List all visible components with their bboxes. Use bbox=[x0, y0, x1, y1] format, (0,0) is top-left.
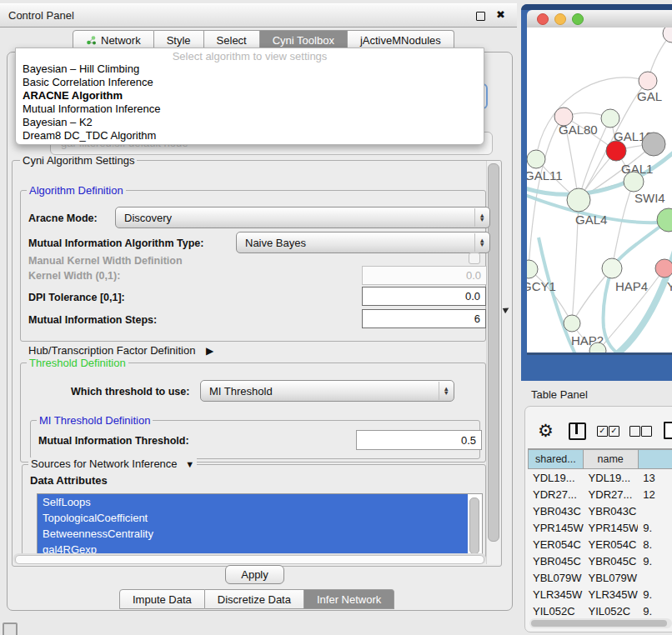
network-window-frame-top bbox=[521, 4, 672, 10]
dpi-tolerance-field[interactable]: 0.0 bbox=[362, 287, 486, 306]
checked-column-icon[interactable]: ✓ bbox=[609, 426, 619, 437]
table-cell: YBR043C bbox=[528, 502, 584, 519]
kernel-width-label: Kernel Width (0,1): bbox=[28, 270, 120, 282]
network-node-gal[interactable] bbox=[639, 72, 657, 90]
algorithm-option-basic-correlation-inference[interactable]: Basic Correlation Inference bbox=[16, 76, 484, 89]
table-panel-title: Table Panel bbox=[531, 388, 588, 401]
kernel-width-field[interactable]: 0.0 bbox=[362, 266, 487, 285]
algorithm-option-bayesian-k2[interactable]: Bayesian – K2 bbox=[16, 116, 484, 129]
node-label: HAP4 bbox=[615, 279, 648, 293]
algorithm-option-mutual-information-inference[interactable]: Mutual Information Inference bbox=[16, 102, 484, 116]
gear-icon[interactable]: ⚙ bbox=[538, 421, 554, 441]
table-row[interactable]: YDL19...YDL19...13 bbox=[528, 469, 672, 486]
table-row[interactable]: YIL052CYIL052C9. bbox=[528, 602, 672, 618]
network-node-hap4[interactable] bbox=[602, 258, 622, 278]
table-row[interactable]: YER054CYER054C8. bbox=[528, 536, 672, 552]
apply-button[interactable]: Apply bbox=[225, 565, 284, 584]
table-cell: 12 bbox=[638, 486, 672, 502]
column-header-shared[interactable]: shared... bbox=[528, 449, 584, 469]
column-header-name[interactable]: name bbox=[584, 449, 639, 469]
table-cell: YDR27... bbox=[584, 486, 639, 502]
data-attributes-label: Data Attributes bbox=[30, 474, 108, 487]
column-header-extra[interactable] bbox=[639, 449, 672, 469]
table-cell bbox=[638, 502, 672, 519]
table-cell: 13 bbox=[638, 469, 672, 486]
control-panel-title: Control Panel bbox=[8, 9, 74, 22]
tab-label: Network bbox=[101, 34, 141, 47]
network-node-gal1[interactable] bbox=[606, 141, 626, 161]
table-row[interactable]: YBR045CYBR045C9. bbox=[528, 552, 672, 569]
float-window-icon[interactable] bbox=[476, 12, 485, 21]
combo-arrows-icon: ▲▼ bbox=[439, 382, 449, 400]
checked-column-icon[interactable]: ✓ bbox=[597, 426, 608, 437]
network-node-gal10[interactable] bbox=[601, 109, 619, 128]
table-row[interactable]: YBL079WYBL079W bbox=[528, 569, 672, 586]
algorithm-option-dream8-dc-tdc-algorithm[interactable]: Dream8 DC_TDC Algorithm bbox=[16, 129, 484, 142]
network-window-titlebar[interactable] bbox=[527, 10, 672, 28]
network-node-gal11[interactable] bbox=[527, 150, 545, 168]
manual-kernel-checkbox[interactable] bbox=[469, 252, 480, 264]
minimize-traffic-light[interactable] bbox=[554, 13, 566, 25]
collapsed-widget-icon[interactable] bbox=[3, 622, 18, 635]
node-label: GAL4 bbox=[575, 212, 607, 227]
aracne-mode-label: Aracne Mode: bbox=[28, 212, 98, 224]
unchecked-column-icon[interactable] bbox=[629, 426, 640, 437]
table-row[interactable]: YLR345WYLR345W9. bbox=[528, 586, 672, 602]
tab-label: jActiveMNodules bbox=[360, 34, 441, 47]
expander-collapsed-icon: ▶ bbox=[206, 345, 213, 357]
network-node-gal4[interactable] bbox=[567, 188, 590, 212]
algorithm-option-aracne-algorithm[interactable]: ARACNE Algorithm bbox=[16, 89, 484, 102]
attribute-item-selfloops[interactable]: SelfLoops bbox=[38, 494, 468, 510]
settings-hscrollbar-thumb[interactable] bbox=[15, 555, 484, 564]
manual-kernel-label: Manual Kernel Width Definition bbox=[28, 255, 183, 267]
attributes-scrollbar-thumb[interactable] bbox=[469, 498, 479, 554]
network-node[interactable] bbox=[642, 132, 665, 156]
hub-definition-expander[interactable]: Hub/Transcription Factor Definition ▶ bbox=[28, 344, 213, 357]
table-cell: YDR27... bbox=[528, 486, 584, 502]
document-icon[interactable] bbox=[664, 422, 672, 439]
unchecked-column-icon[interactable] bbox=[641, 426, 652, 437]
table-row[interactable]: YPR145WYPR145W9. bbox=[528, 519, 672, 536]
mi-type-combo[interactable]: Naive Bayes ▲▼ bbox=[236, 232, 490, 253]
which-threshold-label: Which threshold to use: bbox=[71, 386, 189, 398]
table-row[interactable]: YBR043CYBR043C bbox=[528, 502, 672, 519]
table-body: YDL19...YDL19...13YDR27...YDR27...12YBR0… bbox=[528, 469, 672, 618]
mi-threshold-label: Mutual Information Threshold: bbox=[38, 435, 189, 447]
application-root: Control Panel ✖ NetworkStyleSelectCyni T… bbox=[0, 0, 672, 635]
attribute-item-betweennesscentrality[interactable]: BetweennessCentrality bbox=[38, 526, 468, 542]
table-row[interactable]: YDR27...YDR27...12 bbox=[528, 486, 672, 502]
network-icon bbox=[86, 35, 97, 46]
attribute-item-topologicalcoefficient[interactable]: TopologicalCoefficient bbox=[38, 510, 468, 526]
network-node[interactable] bbox=[663, 28, 672, 42]
table-hscrollbar-thumb[interactable] bbox=[531, 620, 667, 627]
bottom-tab-discretize-data[interactable]: Discretize Data bbox=[205, 589, 304, 609]
mi-threshold-field[interactable]: 0.5 bbox=[356, 430, 482, 450]
which-threshold-combo[interactable]: MI Threshold ▲▼ bbox=[200, 380, 454, 402]
tab-label: Cyni Toolbox bbox=[273, 34, 334, 47]
mi-steps-field[interactable]: 6 bbox=[362, 309, 486, 328]
table-cell: YDL19... bbox=[584, 469, 639, 486]
algorithm-dropdown-items: Bayesian – Hill ClimbingBasic Correlatio… bbox=[16, 62, 484, 142]
network-node-swi4[interactable] bbox=[624, 172, 644, 192]
close-icon[interactable]: ✖ bbox=[496, 8, 505, 21]
close-traffic-light[interactable] bbox=[537, 13, 549, 25]
table-cell: YIL052C bbox=[528, 602, 584, 618]
network-canvas[interactable]: GALGAL80GAL10GAL1GAL11SWI4GAL4GCY1HAP4YH… bbox=[527, 28, 672, 352]
mi-type-label: Mutual Information Algorithm Type: bbox=[28, 238, 203, 249]
column-layout-icon[interactable] bbox=[569, 422, 586, 440]
which-threshold-value: MI Threshold bbox=[209, 385, 273, 398]
bottom-tab-infer-network[interactable]: Infer Network bbox=[304, 589, 394, 609]
node-label: Y bbox=[667, 279, 672, 293]
bottom-tab-impute-data[interactable]: Impute Data bbox=[119, 589, 205, 609]
zoom-traffic-light[interactable] bbox=[572, 13, 584, 25]
aracne-mode-value: Discovery bbox=[124, 212, 172, 224]
combo-arrows-icon: ▲▼ bbox=[474, 233, 485, 252]
network-node-hap2[interactable] bbox=[564, 315, 580, 332]
network-node-y[interactable] bbox=[655, 259, 672, 278]
table-cell bbox=[638, 569, 672, 586]
sources-expander[interactable]: Sources for Network Inference ▼ bbox=[28, 458, 197, 470]
data-attributes-list: SelfLoopsTopologicalCoefficientBetweenne… bbox=[37, 493, 483, 560]
algorithm-option-bayesian-hill-climbing[interactable]: Bayesian – Hill Climbing bbox=[16, 62, 484, 76]
mi-steps-label: Mutual Information Steps: bbox=[28, 314, 157, 326]
aracne-mode-combo[interactable]: Discovery ▲▼ bbox=[115, 207, 490, 228]
